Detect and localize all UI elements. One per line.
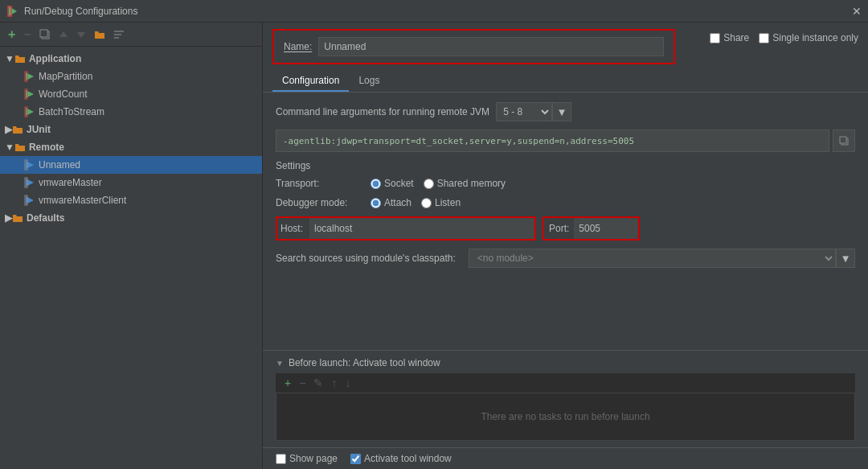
tabs-area: Configuration Logs xyxy=(263,71,868,93)
move-down-button[interactable] xyxy=(73,28,89,41)
tree-toolbar: + − xyxy=(0,23,262,47)
remove-config-button[interactable]: − xyxy=(20,26,34,43)
down-arrow-icon xyxy=(76,30,86,39)
folder-icon xyxy=(94,29,105,40)
title-bar-text: Run/Debug Configurations xyxy=(24,6,137,17)
tree-item-vmwaremasterclient[interactable]: vmwareMasterClient xyxy=(0,191,262,209)
before-launch-up-btn[interactable]: ↑ xyxy=(329,376,339,389)
attach-option[interactable]: Attach xyxy=(371,197,411,208)
jvm-args-input[interactable] xyxy=(276,130,829,152)
junit-arrow-icon: ▶ xyxy=(5,124,12,135)
jvm-version-dropdown-btn[interactable]: ▼ xyxy=(552,102,571,121)
share-checkbox[interactable] xyxy=(710,33,720,43)
tree-item-wordcount[interactable]: WordCount xyxy=(0,85,262,103)
jvm-version-select[interactable]: 5 - 8 xyxy=(496,102,552,121)
svg-marker-5 xyxy=(59,31,68,37)
before-launch-header: ▼ Before launch: Activate tool window xyxy=(276,357,855,368)
before-launch-title: Before launch: Activate tool window xyxy=(289,357,440,368)
before-launch-content: There are no tasks to run before launch xyxy=(276,393,855,441)
attach-label: Attach xyxy=(384,197,411,208)
activate-tool-window-label: Activate tool window xyxy=(364,453,452,464)
listen-label: Listen xyxy=(435,197,461,208)
run-debug-icon xyxy=(6,5,19,18)
up-arrow-icon xyxy=(59,30,68,39)
remote-run-icon-3 xyxy=(24,195,35,206)
before-launch-remove-btn[interactable]: − xyxy=(297,376,308,389)
junit-label: JUnit xyxy=(27,124,51,135)
tree-item-label: BatchToStream xyxy=(39,106,104,117)
name-label: Name: xyxy=(284,41,312,52)
tree-item-label: Unnamed xyxy=(39,159,80,171)
module-classpath-label: Search sources using module's classpath: xyxy=(276,253,456,264)
host-wrapper: Host: xyxy=(276,216,536,241)
module-select[interactable]: <no module> xyxy=(469,249,836,268)
shared-memory-option[interactable]: Shared memory xyxy=(424,178,506,189)
activate-tool-window-area: Activate tool window xyxy=(350,453,452,464)
add-config-button[interactable]: + xyxy=(5,26,18,43)
tree-section-defaults[interactable]: ▶ Defaults xyxy=(0,209,262,227)
tree-item-batchtostream[interactable]: BatchToStream xyxy=(0,103,262,121)
cmdline-row: Command line arguments for running remot… xyxy=(276,102,855,121)
name-input[interactable] xyxy=(318,37,664,56)
defaults-arrow-icon: ▶ xyxy=(5,212,12,224)
sort-icon xyxy=(113,30,125,39)
no-tasks-text: There are no tasks to run before launch xyxy=(481,411,649,422)
right-panel: Share Single instance only Name: Configu… xyxy=(263,23,868,469)
tree-item-mappartition[interactable]: MapPartition xyxy=(0,68,262,85)
debugger-mode-row: Debugger mode: Attach Listen xyxy=(276,197,855,208)
tab-logs[interactable]: Logs xyxy=(349,71,389,92)
copy-jvm-args-button[interactable] xyxy=(833,130,855,152)
config-area: Command line arguments for running remot… xyxy=(263,93,868,350)
share-label: Share xyxy=(723,32,749,43)
shared-memory-radio[interactable] xyxy=(424,179,434,189)
listen-option[interactable]: Listen xyxy=(421,197,461,208)
move-up-button[interactable] xyxy=(55,28,72,41)
left-panel: + − xyxy=(0,23,263,469)
app-run-icon-2 xyxy=(24,88,35,100)
port-input[interactable] xyxy=(574,218,638,239)
single-instance-area: Single instance only xyxy=(759,32,858,43)
tree-area: ▼ Application MapPartition xyxy=(0,47,262,469)
transport-radio-group: Socket Shared memory xyxy=(371,178,506,189)
shared-memory-label: Shared memory xyxy=(437,178,506,189)
name-label-text: Name: xyxy=(284,41,312,52)
folder-button[interactable] xyxy=(91,27,108,42)
copy-icon xyxy=(39,29,51,40)
attach-radio[interactable] xyxy=(371,198,381,208)
svg-rect-23 xyxy=(840,137,846,143)
cmdline-label: Command line arguments for running remot… xyxy=(276,106,489,117)
tree-section-application[interactable]: ▼ Application xyxy=(0,50,262,68)
app-arrow-icon: ▼ xyxy=(5,53,14,64)
tree-section-remote[interactable]: ▼ Remote xyxy=(0,138,262,156)
socket-option[interactable]: Socket xyxy=(371,178,414,189)
share-checkbox-area: Share xyxy=(710,32,749,43)
remote-folder-icon xyxy=(14,142,26,153)
sort-button[interactable] xyxy=(110,28,128,41)
close-button[interactable]: ✕ xyxy=(852,5,862,18)
name-row: Name: xyxy=(272,29,675,64)
tree-item-label: MapPartition xyxy=(39,71,92,82)
app-run-icon-3 xyxy=(24,106,35,117)
tab-configuration[interactable]: Configuration xyxy=(272,71,349,92)
single-instance-checkbox[interactable] xyxy=(759,33,769,43)
host-port-row: Host: Port: xyxy=(276,216,855,241)
before-launch-add-btn[interactable]: + xyxy=(282,376,293,389)
tree-item-vmwaremaster[interactable]: vmwareMaster xyxy=(0,174,262,191)
module-dropdown-button[interactable]: ▼ xyxy=(836,249,855,268)
before-launch-edit-btn[interactable]: ✎ xyxy=(311,376,326,389)
before-launch-down-btn[interactable]: ↓ xyxy=(342,376,353,389)
show-page-checkbox[interactable] xyxy=(276,454,286,464)
host-label: Host: xyxy=(277,223,309,234)
copy-config-button[interactable] xyxy=(36,27,54,42)
socket-radio[interactable] xyxy=(371,179,381,189)
bottom-bar: Show page Activate tool window xyxy=(263,447,868,469)
activate-tool-window-checkbox[interactable] xyxy=(350,454,361,464)
transport-row: Transport: Socket Shared memory xyxy=(276,178,855,189)
host-input[interactable] xyxy=(309,218,534,239)
module-classpath-row: Search sources using module's classpath:… xyxy=(276,249,855,268)
remote-run-icon-2 xyxy=(24,177,35,188)
listen-radio[interactable] xyxy=(421,198,432,208)
before-launch-collapse-icon[interactable]: ▼ xyxy=(276,359,284,368)
tree-section-junit[interactable]: ▶ JUnit xyxy=(0,121,262,138)
tree-item-unnamed[interactable]: Unnamed xyxy=(0,156,262,174)
